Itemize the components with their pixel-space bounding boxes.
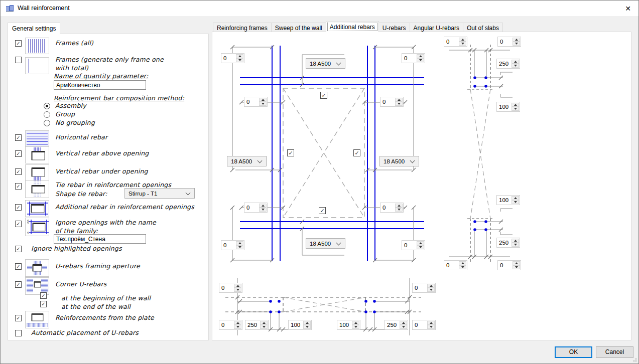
section-bottom-spinner-2[interactable]: 250 <box>245 320 269 330</box>
spin-down-button[interactable] <box>352 325 359 329</box>
spin-up-button[interactable] <box>513 261 520 265</box>
tab-sweep-of-the-wall[interactable]: Sweep of the wall <box>271 23 326 32</box>
spin-up-button[interactable] <box>427 284 435 288</box>
opening-side-checkbox-bottom[interactable]: ✓ <box>319 207 326 214</box>
additional-rebar-checkbox[interactable]: ✓ <box>15 204 22 211</box>
spin-down-button[interactable] <box>236 58 243 62</box>
tab-u-rebars[interactable]: U-rebars <box>378 23 410 32</box>
horizontal-rebar-checkbox[interactable]: ✓ <box>15 134 22 141</box>
opening-side-checkbox-right[interactable]: ✓ <box>353 149 360 156</box>
section-right-spinner-250-bottom[interactable]: 250 <box>496 238 520 248</box>
spin-up-button[interactable] <box>234 284 241 288</box>
spin-down-button[interactable] <box>513 265 520 269</box>
spin-down-button[interactable] <box>512 64 519 68</box>
spin-up-button[interactable] <box>303 321 311 325</box>
section-bottom-spinner-top-left[interactable]: 0 <box>219 283 242 293</box>
section-bottom-spinner-1[interactable]: 0 <box>219 320 242 330</box>
spin-up-button[interactable] <box>459 38 466 42</box>
tab-additional-rebars[interactable]: Additional rebars <box>326 21 379 32</box>
spin-up-button[interactable] <box>512 239 519 243</box>
rebar-grade-select-left[interactable]: 18 A500 <box>227 156 267 166</box>
section-bottom-spinner-4[interactable]: 100 <box>337 320 360 330</box>
spin-up-button[interactable] <box>259 98 267 102</box>
spin-down-button[interactable] <box>459 265 466 269</box>
spin-down-button[interactable] <box>395 102 403 106</box>
spin-down-button[interactable] <box>427 288 435 292</box>
section-right-spinner-250-top[interactable]: 250 <box>496 59 520 69</box>
spin-up-button[interactable] <box>512 196 519 200</box>
method-no-grouping-radio[interactable] <box>44 120 50 126</box>
spin-down-button[interactable] <box>512 107 519 111</box>
spin-down-button[interactable] <box>259 208 267 212</box>
spin-down-button[interactable] <box>236 245 243 249</box>
section-right-spinner-bottom-right[interactable]: 0 <box>497 260 521 270</box>
spin-up-button[interactable] <box>512 60 519 64</box>
spin-up-button[interactable] <box>417 54 424 58</box>
spin-up-button[interactable] <box>513 38 520 42</box>
spin-down-button[interactable] <box>512 243 519 247</box>
section-right-spinner-top-left[interactable]: 0 <box>444 37 467 47</box>
section-bottom-spinner-top-right[interactable]: 0 <box>412 283 436 293</box>
offset-spinner-mid-upper-left[interactable]: 0 <box>244 97 268 107</box>
auto-placement-checkbox[interactable] <box>15 330 22 336</box>
vertical-above-checkbox[interactable]: ✓ <box>15 150 22 157</box>
ok-button[interactable]: OK <box>555 346 592 358</box>
tie-rebar-checkbox[interactable]: ✓ <box>15 183 22 190</box>
spin-down-button[interactable] <box>417 58 424 62</box>
offset-spinner-bottom-right[interactable]: 0 <box>402 240 425 250</box>
opening-side-checkbox-left[interactable]: ✓ <box>287 149 294 156</box>
spin-up-button[interactable] <box>459 261 466 265</box>
section-right-spinner-top-right[interactable]: 0 <box>497 37 521 47</box>
close-button[interactable]: ✕ <box>620 3 635 15</box>
ignore-highlighted-checkbox[interactable]: ✓ <box>15 246 22 252</box>
spin-down-button[interactable] <box>417 245 424 249</box>
offset-spinner-mid-lower-right[interactable]: 0 <box>380 203 404 213</box>
spin-up-button[interactable] <box>395 204 403 208</box>
qty-param-input[interactable] <box>54 80 146 90</box>
rebar-grade-select-right[interactable]: 18 A500 <box>379 156 419 166</box>
opening-side-checkbox-top[interactable]: ✓ <box>320 92 327 99</box>
offset-spinner-top-right[interactable]: 0 <box>402 53 425 63</box>
family-name-input[interactable] <box>54 234 146 244</box>
spin-up-button[interactable] <box>236 241 243 245</box>
spin-up-button[interactable] <box>352 321 359 325</box>
tab-reinforcing-frames[interactable]: Reinforcing frames <box>213 23 272 32</box>
spin-down-button[interactable] <box>512 200 519 204</box>
vertical-under-checkbox[interactable]: ✓ <box>15 168 22 175</box>
end-wall-checkbox[interactable]: ✓ <box>40 301 47 307</box>
offset-spinner-mid-lower-left[interactable]: 0 <box>244 203 268 213</box>
spin-up-button[interactable] <box>236 54 243 58</box>
section-right-spinner-100-bottom[interactable]: 100 <box>496 195 520 205</box>
ignore-openings-checkbox[interactable]: ✓ <box>15 221 22 227</box>
spin-down-button[interactable] <box>234 288 241 292</box>
begin-wall-checkbox[interactable]: ✓ <box>40 292 47 299</box>
rebar-grade-select-bottom[interactable]: 18 A500 <box>306 238 345 249</box>
section-bottom-spinner-6[interactable]: 0 <box>412 320 436 330</box>
resize-grip[interactable] <box>632 357 637 362</box>
section-bottom-spinner-3[interactable]: 100 <box>288 320 312 330</box>
method-group-radio[interactable] <box>44 111 50 118</box>
section-right-spinner-bottom-left[interactable]: 0 <box>444 260 467 270</box>
spin-down-button[interactable] <box>513 42 520 46</box>
cancel-button[interactable]: Cancel <box>596 346 633 358</box>
spin-up-button[interactable] <box>395 98 403 102</box>
frames-all-checkbox[interactable]: ✓ <box>15 40 22 47</box>
section-right-spinner-100-top[interactable]: 100 <box>496 102 520 112</box>
frames-one-checkbox[interactable] <box>15 57 22 63</box>
tab-angular-u-rebars[interactable]: Angular U-rebars <box>410 23 463 32</box>
spin-up-button[interactable] <box>260 321 268 325</box>
section-bottom-spinner-5[interactable]: 250 <box>385 320 408 330</box>
corner-u-rebars-checkbox[interactable]: ✓ <box>15 281 22 288</box>
spin-down-button[interactable] <box>400 325 407 329</box>
spin-down-button[interactable] <box>234 325 241 329</box>
spin-up-button[interactable] <box>400 321 407 325</box>
spin-down-button[interactable] <box>395 208 403 212</box>
spin-up-button[interactable] <box>427 321 435 325</box>
from-plate-checkbox[interactable]: ✓ <box>15 315 22 321</box>
offset-spinner-mid-upper-right[interactable]: 0 <box>380 97 404 107</box>
tab-out-of-slabs[interactable]: Out of slabs <box>463 23 503 32</box>
method-assembly-radio[interactable] <box>44 103 50 109</box>
rebar-grade-select-top[interactable]: 18 A500 <box>306 58 345 69</box>
spin-up-button[interactable] <box>234 321 241 325</box>
spin-down-button[interactable] <box>259 102 267 106</box>
